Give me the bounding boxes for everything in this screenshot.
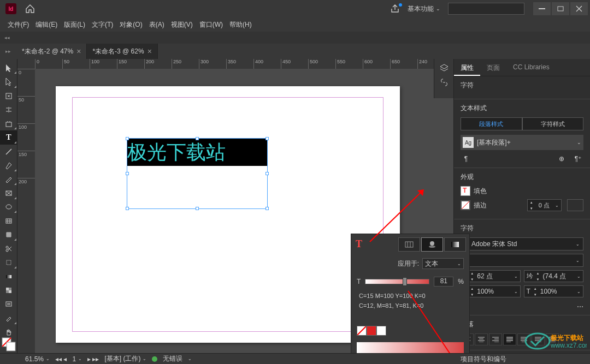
- font-family-select[interactable]: ⌄ Adobe 宋体 Std ⌄: [461, 237, 583, 250]
- gradient-swatch-tool[interactable]: [0, 270, 17, 283]
- search-input[interactable]: [448, 3, 524, 15]
- home-icon[interactable]: [25, 4, 35, 13]
- menu-table[interactable]: 表(A): [147, 19, 167, 31]
- rectangle-frame-tool[interactable]: [0, 186, 17, 200]
- menu-file[interactable]: 文件(F): [5, 19, 31, 31]
- maximize-button[interactable]: [552, 2, 569, 15]
- none-swatch[interactable]: [357, 326, 367, 336]
- menu-layout[interactable]: 版面(L): [62, 19, 87, 31]
- fill-swatch[interactable]: T: [461, 186, 470, 196]
- frame-handle[interactable]: [266, 137, 269, 140]
- gradient-mode-button[interactable]: [444, 237, 466, 252]
- paragraph-icon[interactable]: ¶: [461, 154, 471, 163]
- align-center-button[interactable]: [475, 333, 488, 345]
- type-fill-icon[interactable]: T: [356, 238, 362, 250]
- svg-rect-17: [7, 342, 15, 351]
- eyedropper-tool[interactable]: [0, 311, 17, 325]
- app-logo: Id: [5, 3, 16, 14]
- paragraph-style-button[interactable]: 段落样式: [461, 117, 522, 130]
- frame-handle[interactable]: [196, 207, 199, 210]
- frame-handle[interactable]: [126, 207, 129, 210]
- slider-thumb[interactable]: [403, 277, 407, 286]
- type-tool[interactable]: T: [0, 130, 17, 144]
- ruler-tick: 200: [17, 178, 35, 205]
- selected-text[interactable]: 极光下载站: [127, 139, 267, 166]
- close-button[interactable]: [570, 2, 588, 15]
- stroke-style-select[interactable]: [567, 199, 583, 211]
- fill-stroke-toggle[interactable]: [1, 337, 16, 352]
- frame-handle[interactable]: [266, 207, 269, 210]
- menu-object[interactable]: 对象(O): [117, 19, 144, 31]
- pencil-tool[interactable]: [0, 172, 17, 186]
- white-swatch[interactable]: [376, 326, 386, 336]
- direct-selection-tool[interactable]: [0, 75, 17, 88]
- font-style-select[interactable]: ⌄: [461, 254, 583, 267]
- page-nav-next[interactable]: ▸ ▸▸: [87, 355, 99, 363]
- align-right-button[interactable]: [489, 333, 502, 345]
- toolbar-toggle[interactable]: ▸▸: [0, 49, 16, 54]
- apply-to-select[interactable]: 文本⌄: [422, 258, 464, 269]
- menu-view[interactable]: 视图(V): [169, 19, 195, 31]
- note-tool[interactable]: [0, 297, 17, 311]
- tab-properties[interactable]: 属性: [454, 59, 480, 76]
- frame-handle[interactable]: [126, 137, 129, 140]
- workspace-selector[interactable]: 基本功能 ⌄: [408, 4, 440, 14]
- free-transform-tool[interactable]: [0, 256, 17, 270]
- preset-select[interactable]: [基本] (工作)⌄: [104, 354, 146, 363]
- layers-icon[interactable]: [439, 63, 449, 73]
- document-tab-2[interactable]: *未命名-3 @ 62% ×: [87, 44, 157, 59]
- ellipse-tool[interactable]: [0, 200, 17, 214]
- menu-window[interactable]: 窗口(W): [197, 19, 225, 31]
- ag-icon: Ag: [463, 137, 474, 148]
- watermark: 极光下载站www.xz7.com: [521, 330, 587, 352]
- selection-tool[interactable]: [0, 61, 17, 75]
- links-icon[interactable]: [439, 77, 449, 87]
- menu-help[interactable]: 帮助(H): [227, 19, 254, 31]
- pen-tool[interactable]: [0, 158, 17, 172]
- page-select[interactable]: 1⌄: [72, 355, 82, 363]
- character-style-button[interactable]: 字符样式: [522, 117, 584, 130]
- tab-cc-libraries[interactable]: CC Libraries: [506, 59, 556, 76]
- leading-field[interactable]: 坅▲▼(74.4 点⌄: [524, 270, 584, 282]
- clear-override-icon[interactable]: ¶⁺: [573, 154, 583, 163]
- text-frame[interactable]: 极光下载站: [127, 138, 268, 209]
- grid-tool[interactable]: [0, 228, 17, 242]
- frame-handle[interactable]: [266, 172, 269, 175]
- share-icon[interactable]: [390, 4, 400, 13]
- minimize-button[interactable]: [533, 2, 551, 15]
- vertical-scale-field[interactable]: T▲▼100%⌄: [524, 285, 584, 297]
- stroke-swatch[interactable]: [461, 200, 470, 210]
- close-icon[interactable]: ×: [76, 47, 81, 56]
- style-selector[interactable]: Ag [基本段落]+ ⌄: [461, 135, 583, 150]
- tint-slider[interactable]: [365, 279, 429, 284]
- tab-pages[interactable]: 页面: [480, 59, 506, 76]
- justify-left-button[interactable]: [503, 333, 516, 345]
- gap-tool[interactable]: [0, 103, 17, 116]
- menu-type[interactable]: 文字(T): [90, 19, 115, 31]
- color-swatch[interactable]: [367, 326, 376, 336]
- table-tool[interactable]: [0, 214, 17, 228]
- frame-handle[interactable]: [126, 172, 129, 175]
- ruler-origin[interactable]: [17, 59, 35, 69]
- ruler-vertical[interactable]: 0 50 100 150 200: [17, 69, 35, 353]
- document-tab-1[interactable]: *未命名-2 @ 47% ×: [16, 44, 87, 59]
- close-icon[interactable]: ×: [148, 47, 152, 56]
- new-style-icon[interactable]: ⊕: [556, 154, 567, 163]
- stroke-weight-field[interactable]: ▲▼ 0 点 ⌄: [527, 199, 562, 211]
- ruler-tick: 500: [308, 59, 335, 69]
- page-nav-prev[interactable]: ◂◂ ◂: [55, 355, 67, 363]
- page-tool[interactable]: [0, 89, 17, 103]
- line-tool[interactable]: [0, 145, 17, 158]
- content-collector-tool[interactable]: [0, 117, 17, 130]
- page-margin: [72, 97, 384, 332]
- more-options-icon[interactable]: ⋯: [577, 303, 583, 311]
- control-bar: ◂◂: [0, 32, 590, 44]
- tint-value[interactable]: 81: [434, 277, 453, 287]
- zoom-select[interactable]: 61.5%⌄: [25, 355, 50, 363]
- gradient-feather-tool[interactable]: [0, 284, 17, 297]
- ruler-tick: 50: [62, 59, 90, 69]
- error-status[interactable]: 无错误: [163, 354, 182, 363]
- frame-handle[interactable]: [196, 137, 199, 140]
- scissors-tool[interactable]: [0, 242, 17, 255]
- menu-edit[interactable]: 编辑(E): [33, 19, 60, 31]
